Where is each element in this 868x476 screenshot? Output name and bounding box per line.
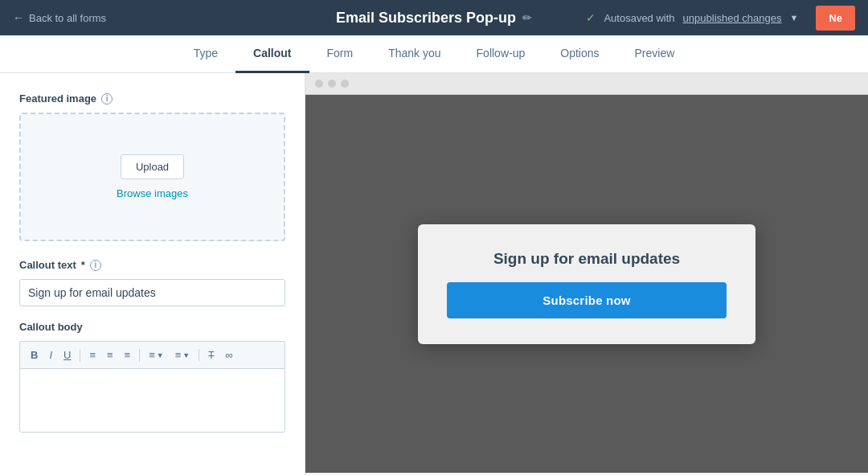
subscribe-now-button[interactable]: Subscribe now (447, 282, 727, 318)
popup-card-title: Sign up for email updates (493, 250, 680, 268)
callout-text-input[interactable] (19, 279, 285, 306)
popup-card: Sign up for email updates Subscribe now (418, 224, 755, 344)
main-layout: Featured image i Upload Browse images Ca… (0, 73, 868, 475)
featured-image-section-label: Featured image i (19, 92, 285, 105)
page-title-area: Email Subscribers Pop-up ✏ (336, 10, 532, 27)
back-arrow-icon: ← (13, 11, 24, 24)
toolbar-list-dropdown[interactable]: ≡ ▼ (145, 347, 168, 363)
toolbar-underline-button[interactable]: U (59, 347, 75, 363)
toolbar-bold-button[interactable]: B (27, 347, 42, 363)
tab-bar: Type Callout Form Thank you Follow-up Op… (0, 35, 868, 73)
image-upload-area: Upload Browse images (19, 113, 285, 241)
toolbar-indent-dropdown[interactable]: ≡ ▼ (171, 347, 194, 363)
browse-images-link[interactable]: Browse images (117, 187, 188, 199)
callout-body-label: Callout body (19, 321, 285, 333)
tab-callout[interactable]: Callout (235, 35, 309, 73)
browser-dot-1 (315, 80, 323, 88)
toolbar-align-center-button[interactable]: ≡ (103, 347, 117, 363)
callout-text-section: Callout text * i (19, 259, 285, 306)
tab-options[interactable]: Options (542, 35, 616, 73)
back-to-forms-link[interactable]: ← Back to all forms (13, 11, 106, 24)
back-link-label: Back to all forms (29, 12, 106, 24)
tab-follow-up[interactable]: Follow-up (459, 35, 543, 73)
toolbar-align-right-button[interactable]: ≡ (121, 347, 135, 363)
publish-button[interactable]: Ne (816, 6, 855, 31)
browser-dot-2 (328, 80, 336, 88)
callout-body-section: Callout body B I U ≡ ≡ ≡ ≡ ▼ ≡ ▼ (19, 321, 285, 433)
edit-title-icon[interactable]: ✏ (522, 11, 532, 24)
unpublished-changes-link[interactable]: unpublished changes (683, 12, 782, 24)
browser-dot-3 (341, 80, 349, 88)
left-panel: Featured image i Upload Browse images Ca… (0, 73, 305, 475)
top-navigation: ← Back to all forms Email Subscribers Po… (0, 0, 868, 35)
callout-text-required: * (81, 259, 85, 271)
autosave-text: Autosaved with (604, 12, 674, 24)
toolbar-clear-formatting-button[interactable]: T (204, 347, 218, 363)
callout-text-label: Callout text * i (19, 259, 285, 271)
list-dropdown-arrow-icon: ▼ (157, 351, 164, 359)
page-title: Email Subscribers Pop-up (336, 10, 516, 27)
autosave-dropdown-icon[interactable]: ▼ (789, 13, 798, 23)
autosave-area: ✓ Autosaved with unpublished changes ▼ N… (586, 6, 855, 31)
autosave-check-icon: ✓ (586, 11, 596, 24)
preview-area: Sign up for email updates Subscribe now (305, 95, 868, 473)
indent-dropdown-arrow-icon: ▼ (182, 351, 190, 359)
toolbar-separator-3 (199, 349, 199, 362)
toolbar-align-left-button[interactable]: ≡ (85, 347, 100, 363)
tab-form[interactable]: Form (309, 35, 371, 73)
rich-editor-toolbar: B I U ≡ ≡ ≡ ≡ ▼ ≡ ▼ T ∞ (19, 341, 285, 368)
browser-chrome-bar (305, 73, 868, 95)
toolbar-italic-button[interactable]: I (45, 347, 56, 363)
right-preview-panel: Sign up for email updates Subscribe now (305, 73, 868, 475)
tab-thank-you[interactable]: Thank you (371, 35, 458, 73)
featured-image-info-icon[interactable]: i (101, 93, 113, 105)
tab-preview[interactable]: Preview (617, 35, 693, 73)
toolbar-separator-1 (80, 349, 80, 362)
tab-type[interactable]: Type (176, 35, 235, 73)
callout-text-info-icon[interactable]: i (90, 260, 101, 271)
toolbar-link-button[interactable]: ∞ (222, 347, 237, 363)
callout-body-editor[interactable] (19, 368, 285, 433)
toolbar-separator-2 (139, 349, 140, 362)
upload-button[interactable]: Upload (121, 154, 184, 179)
